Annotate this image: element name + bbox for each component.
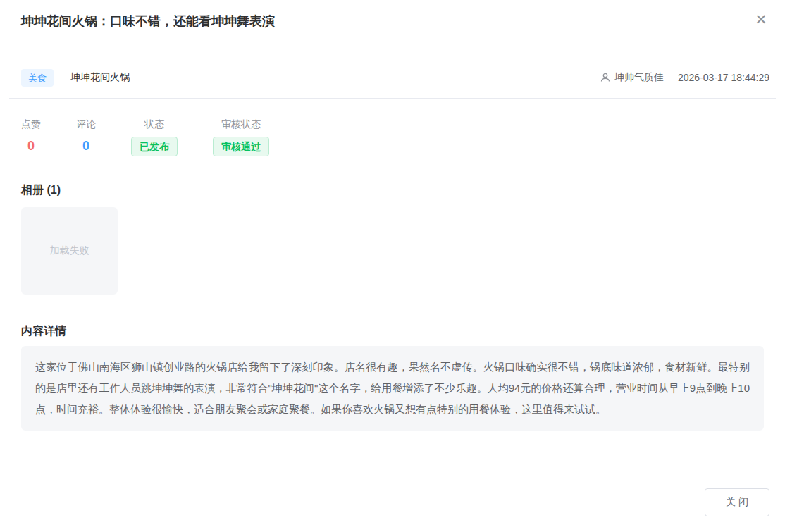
page-title: 坤坤花间火锅：口味不错，还能看坤坤舞表演 [21,11,764,31]
comments-value: 0 [82,137,89,155]
divider [9,98,776,99]
shop-name: 坤坤花间火锅 [70,71,130,84]
meta-row: 美食 坤坤花间火锅 坤帅气质佳 2026-03-17 18:44:29 [0,68,785,87]
author: 坤帅气质佳 [600,71,664,84]
stat-status: 状态 已发布 [131,117,178,156]
album-image-placeholder[interactable]: 加载失败 [21,207,118,295]
content-heading: 内容详情 [0,324,785,338]
author-name: 坤帅气质佳 [614,71,664,84]
stats-row: 点赞 0 评论 0 状态 已发布 审核状态 审核通过 [0,117,785,156]
meta-right: 坤帅气质佳 2026-03-17 18:44:29 [600,71,769,84]
stat-review-status: 审核状态 审核通过 [213,117,269,156]
likes-label: 点赞 [21,117,41,131]
album-heading: 相册 (1) [0,183,785,197]
timestamp: 2026-03-17 18:44:29 [678,72,769,83]
close-button[interactable]: 关 闭 [705,488,769,516]
album-grid: 加载失败 [0,207,785,295]
meta-left: 美食 坤坤花间火锅 [21,69,130,87]
comments-label: 评论 [76,117,96,131]
likes-value: 0 [27,137,35,155]
content-body: 这家位于佛山南海区狮山镇创业路的火锅店给我留下了深刻印象。店名很有趣，果然名不虚… [21,346,764,431]
person-icon [600,72,611,83]
status-label: 状态 [144,117,164,131]
review-status-label: 审核状态 [221,117,261,131]
status-badge: 已发布 [131,137,178,156]
image-load-failed-text: 加载失败 [50,245,89,257]
dialog-header: 坤坤花间火锅：口味不错，还能看坤坤舞表演 ✕ [0,0,785,31]
close-icon[interactable]: ✕ [753,11,769,28]
review-status-badge: 审核通过 [213,137,269,156]
stat-likes: 点赞 0 [21,117,41,155]
category-tag: 美食 [21,69,54,87]
dialog-footer: 关 闭 [705,488,769,516]
stat-comments: 评论 0 [76,117,96,155]
post-detail-dialog: 坤坤花间火锅：口味不错，还能看坤坤舞表演 ✕ 美食 坤坤花间火锅 坤帅气质佳 2… [0,0,785,532]
